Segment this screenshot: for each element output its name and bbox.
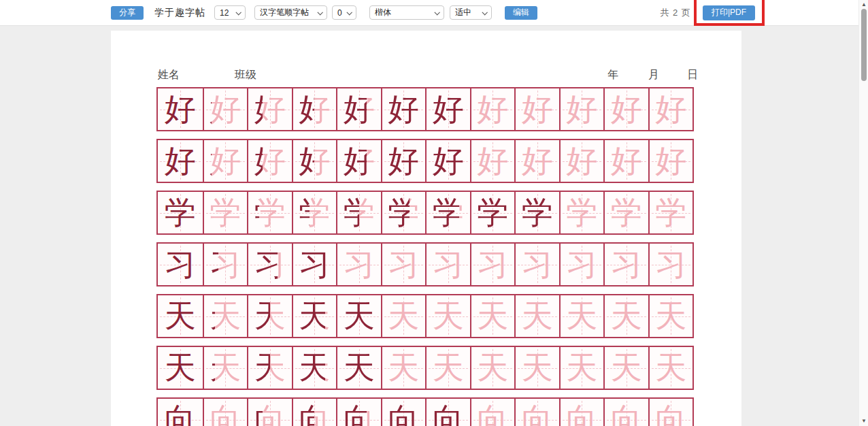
- trace-character: 学: [605, 192, 648, 233]
- trace-character: 天: [516, 295, 559, 336]
- stroke-order-cell: 好: [203, 88, 248, 130]
- scroll-up-icon[interactable]: ▲: [859, 1, 868, 9]
- scroll-down-icon[interactable]: ▼: [859, 417, 868, 425]
- stroke-order-cell: 天: [203, 347, 248, 389]
- trace-character: 好: [605, 140, 648, 181]
- stroke-order-cell: 好: [247, 140, 292, 182]
- model-character: 好: [158, 88, 203, 129]
- day-label: 日: [687, 68, 698, 82]
- stroke-order-cell: 好: [203, 140, 248, 182]
- trace-character-cell: 习: [514, 244, 559, 285]
- practice-row: 天天天天天天天天天天天天: [156, 294, 694, 338]
- font-family-value: 楷体: [375, 7, 391, 18]
- trace-character-cell: 天: [425, 295, 470, 337]
- stroke-progress-character: 好: [204, 88, 248, 129]
- trace-character-cell: 天: [425, 347, 470, 389]
- stroke-order-cell: 好: [292, 88, 337, 130]
- trace-character: 好: [516, 140, 559, 181]
- stroke-progress-character: 习: [248, 244, 292, 284]
- trace-character-cell: 天: [603, 347, 648, 389]
- trace-character: 好: [561, 140, 604, 181]
- share-button[interactable]: 分享: [111, 6, 144, 20]
- stroke-progress-character: 好: [382, 140, 426, 181]
- trace-character: 习: [605, 244, 648, 284]
- density-select[interactable]: 适中: [450, 5, 492, 20]
- worksheet-page: 姓名 班级 年 月 日 好好好好好好好好好好好好好好好好好好好好好好好好学学学学…: [111, 31, 741, 426]
- trace-character: 习: [427, 244, 470, 284]
- stroke-order-cell: 向: [381, 399, 426, 426]
- trace-character-cell: 向: [514, 399, 559, 426]
- practice-row: 天天天天天天天天天天天天: [156, 346, 694, 390]
- stroke-order-cell: 学: [514, 192, 559, 233]
- trace-character: 好: [561, 88, 604, 129]
- stroke-order-cell: 学: [425, 192, 470, 233]
- trace-character: 向: [516, 399, 559, 426]
- trace-character: 习: [516, 244, 559, 284]
- trace-character-cell: 天: [470, 347, 515, 389]
- stroke-order-cell: 学: [336, 192, 381, 233]
- model-character-cell: 习: [158, 244, 203, 285]
- trace-character-cell: 向: [470, 399, 515, 426]
- stroke-progress-character: 好: [204, 140, 248, 181]
- stroke-progress-character: 向: [248, 399, 292, 426]
- scrollbar[interactable]: ▲ ▼: [858, 0, 868, 426]
- trace-character-cell: 天: [514, 295, 559, 337]
- edit-button[interactable]: 编辑: [505, 6, 537, 20]
- stroke-progress-character: 向: [204, 399, 248, 426]
- stroke-progress-character: 学: [427, 192, 470, 233]
- practice-row: 好好好好好好好好好好好好: [156, 87, 694, 131]
- stroke-progress-character: 天: [204, 347, 248, 388]
- font-size-select[interactable]: 12: [214, 5, 246, 20]
- stroke-order-cell: 好: [336, 140, 381, 182]
- trace-character-cell: 好: [514, 88, 559, 130]
- stroke-progress-character: 向: [293, 399, 337, 426]
- trace-character-cell: 天: [559, 295, 604, 337]
- trace-character: 天: [382, 295, 426, 336]
- trace-character-cell: 好: [559, 140, 604, 182]
- stroke-progress-character: 好: [382, 88, 426, 129]
- model-character: 天: [158, 295, 203, 336]
- stroke-progress-character: 学: [248, 192, 292, 233]
- trace-character-cell: 好: [514, 140, 559, 182]
- offset-select[interactable]: 0: [332, 5, 356, 20]
- trace-character: 好: [516, 88, 559, 129]
- trace-character-cell: 学: [603, 192, 648, 233]
- stroke-progress-character: 学: [382, 192, 426, 233]
- trace-character: 天: [650, 295, 693, 336]
- model-character: 好: [158, 140, 203, 181]
- copybook-type-select[interactable]: 汉字笔顺字帖: [254, 5, 327, 20]
- trace-character: 向: [605, 399, 648, 426]
- trace-character: 习: [382, 244, 426, 284]
- stroke-order-cell: 好: [381, 88, 426, 130]
- trace-character-cell: 习: [470, 244, 515, 285]
- stroke-progress-character: 好: [293, 88, 337, 129]
- trace-character: 好: [471, 140, 515, 181]
- scrollbar-thumb[interactable]: [861, 9, 867, 81]
- trace-character: 习: [561, 244, 604, 284]
- trace-character: 习: [650, 244, 693, 284]
- font-family-select[interactable]: 楷体: [369, 5, 444, 20]
- stroke-progress-character: 习: [293, 244, 337, 284]
- trace-character-cell: 学: [648, 192, 693, 233]
- trace-character: 习: [337, 244, 381, 284]
- stroke-order-cell: 天: [292, 347, 337, 389]
- stroke-order-cell: 向: [292, 399, 337, 426]
- stroke-order-cell: 天: [247, 295, 292, 337]
- trace-character-cell: 天: [603, 295, 648, 337]
- stroke-progress-character: 习: [204, 244, 248, 284]
- stroke-order-cell: 习: [203, 244, 248, 285]
- stroke-order-cell: 好: [381, 140, 426, 182]
- stroke-order-cell: 学: [381, 192, 426, 233]
- practice-grid: 好好好好好好好好好好好好好好好好好好好好好好好好学学学学学学学学学学学学习习习习…: [156, 87, 694, 426]
- trace-character: 向: [471, 399, 515, 426]
- practice-row: 好好好好好好好好好好好好: [156, 139, 694, 183]
- site-title: 学于趣字帖: [154, 7, 205, 19]
- stroke-progress-character: 学: [471, 192, 515, 233]
- stroke-order-cell: 好: [247, 88, 292, 130]
- stroke-progress-character: 向: [427, 399, 470, 426]
- stroke-progress-character: 向: [382, 399, 426, 426]
- trace-character-cell: 好: [559, 88, 604, 130]
- class-label: 班级: [235, 68, 256, 82]
- chevron-down-icon: [346, 10, 352, 15]
- print-pdf-button[interactable]: 打印|PDF: [703, 5, 755, 20]
